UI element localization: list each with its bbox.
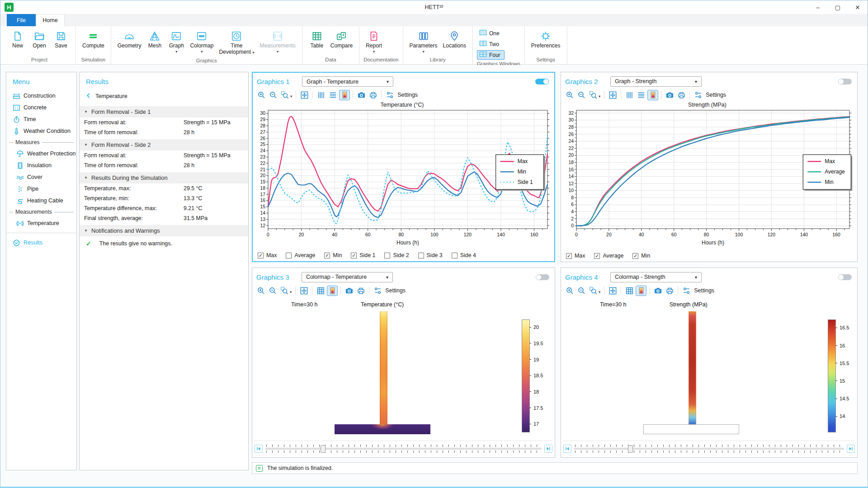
- ribbon-button-geometry[interactable]: Geometry: [115, 28, 144, 50]
- printer-button[interactable]: [368, 90, 378, 100]
- sidebar-item-concrete[interactable]: Concrete: [6, 102, 76, 113]
- ribbon-button-time-development[interactable]: Time Development▾: [217, 28, 256, 56]
- fit-view-button[interactable]: [299, 90, 310, 100]
- zoom-out-button[interactable]: [267, 286, 278, 296]
- ribbon-button-colormap[interactable]: Colormap▾: [188, 28, 216, 55]
- series-checkbox-min[interactable]: ✓Min: [324, 252, 342, 258]
- graphics-4-colormap[interactable]: Time=30 h Strength (MPa) 16.51615.51514.…: [561, 297, 857, 457]
- series-checkbox-average[interactable]: Average: [286, 252, 315, 258]
- minimize-button[interactable]: –: [808, 0, 828, 14]
- ribbon-button-report[interactable]: Report▾: [363, 28, 384, 55]
- ribbon-button-four[interactable]: Four: [477, 50, 505, 60]
- sidebar-item-heating-cable[interactable]: Heating Cable: [6, 195, 76, 206]
- graphics-3-toggle[interactable]: [536, 274, 549, 280]
- grid-map-button[interactable]: [624, 286, 635, 296]
- horizontal-grid-button[interactable]: [636, 90, 646, 100]
- settings-button[interactable]: [384, 90, 395, 100]
- zoom-in-button[interactable]: [564, 286, 575, 296]
- printer-button[interactable]: [676, 90, 687, 100]
- sidebar-item-insulation[interactable]: Insulation: [6, 160, 76, 171]
- slider-track[interactable]: [265, 448, 542, 450]
- step-forward-button[interactable]: [544, 445, 552, 453]
- sidebar-item-temperature[interactable]: Temperature: [6, 217, 76, 229]
- series-checkbox-side-3[interactable]: Side 3: [418, 252, 443, 258]
- series-checkbox-max[interactable]: ✓Max: [258, 252, 277, 258]
- zoom-in-button[interactable]: [255, 286, 266, 296]
- step-forward-button[interactable]: [847, 445, 855, 453]
- series-checkbox-max[interactable]: ✓Max: [566, 253, 585, 259]
- series-checkbox-side-1[interactable]: ✓Side 1: [351, 252, 375, 258]
- sidebar-item-weather-protection[interactable]: Weather Protection: [6, 148, 76, 160]
- graphics-4-view-select[interactable]: Colormap - Strength ▾: [610, 272, 702, 282]
- ribbon-button-two[interactable]: Two: [477, 39, 505, 49]
- zoom-in-button[interactable]: [256, 90, 267, 100]
- ribbon-button-compute[interactable]: Compute: [80, 28, 107, 50]
- printer-button[interactable]: [664, 286, 675, 296]
- printer-button[interactable]: [355, 286, 366, 296]
- graphics-4-toggle[interactable]: [838, 274, 852, 280]
- vertical-grid-button[interactable]: [624, 90, 635, 100]
- zoom-out-button[interactable]: [576, 90, 587, 100]
- graphics-1-plot[interactable]: 0204060801001201401601213141516171819202…: [253, 101, 554, 249]
- camera-button[interactable]: [664, 90, 675, 100]
- series-checkbox-average[interactable]: ✓Average: [594, 253, 623, 259]
- zoom-region-button[interactable]: [279, 286, 290, 296]
- zoom-region-button[interactable]: [588, 286, 599, 296]
- graphics-3-colormap[interactable]: Time=30 h Temperature (°C) 2019.51918.51…: [252, 297, 555, 457]
- sidebar-item-weather-condition[interactable]: Weather Condition: [6, 125, 76, 137]
- ribbon-button-parameters[interactable]: Parameters▾: [407, 28, 440, 55]
- graphics-2-toggle[interactable]: [838, 79, 852, 84]
- settings-button[interactable]: [693, 90, 703, 100]
- camera-button[interactable]: [356, 90, 367, 100]
- close-button[interactable]: ✕: [848, 0, 868, 14]
- sidebar-item-time[interactable]: Time: [6, 113, 76, 125]
- graphics-2-view-select[interactable]: Graph - Strength ▾: [610, 76, 702, 87]
- slider-track[interactable]: [574, 448, 844, 450]
- series-checkbox-side-4[interactable]: Side 4: [452, 252, 476, 258]
- slider-thumb[interactable]: [321, 445, 326, 453]
- settings-button[interactable]: [372, 286, 383, 296]
- sidebar-item-construction[interactable]: Construction: [6, 90, 76, 102]
- graphics-2-plot[interactable]: 0204060801001201401600246810121416182022…: [561, 101, 857, 250]
- ribbon-button-mesh[interactable]: Mesh: [144, 28, 165, 50]
- step-back-button[interactable]: [255, 445, 263, 453]
- ribbon-button-save[interactable]: Save: [51, 28, 71, 50]
- fit-view-button[interactable]: [607, 90, 618, 100]
- ribbon-button-locations[interactable]: Locations: [441, 28, 468, 50]
- sidebar-item-cover[interactable]: Cover: [6, 171, 76, 183]
- slider-thumb[interactable]: [628, 445, 633, 453]
- graphics-3-view-select[interactable]: Colormap - Temperature ▾: [302, 272, 393, 282]
- ribbon-button-one[interactable]: One: [477, 28, 505, 38]
- vertical-grid-button[interactable]: [316, 90, 326, 100]
- section-header-form-removal-side-2[interactable]: ▼Form Removal - Side 2: [80, 139, 248, 150]
- section-header-results-during-the-simulation[interactable]: ▼Results During the Simulation: [80, 172, 248, 183]
- section-header-notifications-and-warnings[interactable]: ▼Notifications and Warnings: [80, 225, 248, 236]
- horizontal-grid-button[interactable]: [327, 90, 338, 100]
- section-header-form-removal-side-1[interactable]: ▼Form Removal - Side 1: [80, 106, 248, 117]
- camera-button[interactable]: [652, 286, 663, 296]
- ribbon-button-preferences[interactable]: Preferences: [529, 28, 563, 50]
- fit-view-button[interactable]: [607, 286, 618, 296]
- settings-button[interactable]: [681, 286, 692, 296]
- sidebar-item-results[interactable]: Results: [6, 237, 76, 249]
- tab-file[interactable]: File: [7, 14, 36, 26]
- step-back-button[interactable]: [563, 445, 571, 453]
- ribbon-button-compare[interactable]: Compare: [328, 28, 355, 50]
- graphics-1-toggle[interactable]: [535, 79, 549, 84]
- ribbon-button-graph[interactable]: Graph▾: [166, 28, 187, 55]
- grid-map-button[interactable]: [315, 286, 326, 296]
- colorbar-button[interactable]: [636, 286, 646, 296]
- sidebar-item-pipe[interactable]: Pipe: [6, 183, 76, 195]
- ribbon-button-table[interactable]: Table: [307, 28, 327, 50]
- camera-button[interactable]: [344, 286, 354, 296]
- zoom-out-button[interactable]: [268, 90, 278, 100]
- ribbon-button-open[interactable]: Open: [29, 28, 50, 50]
- colorbar-button[interactable]: [647, 90, 658, 100]
- series-checkbox-min[interactable]: ✓Min: [632, 253, 650, 259]
- graphics-1-view-select[interactable]: Graph - Temperature ▾: [302, 76, 393, 87]
- series-checkbox-side-2[interactable]: Side 2: [384, 252, 409, 258]
- fit-view-button[interactable]: [298, 286, 309, 296]
- maximize-button[interactable]: ▢: [828, 0, 848, 14]
- colorbar-button[interactable]: [339, 90, 350, 100]
- ribbon-button-new[interactable]: New: [7, 28, 28, 50]
